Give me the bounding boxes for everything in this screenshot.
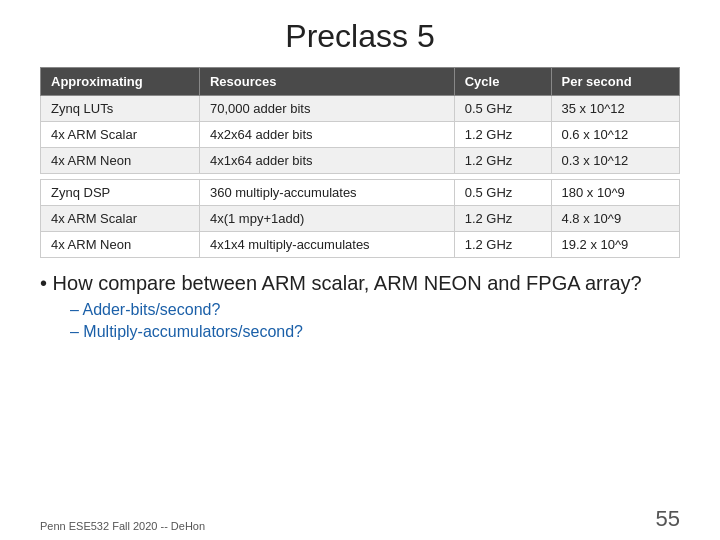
bullet-subs: – Adder-bits/second?– Multiply-accumulat… [40,301,680,341]
table-body: Zynq LUTs70,000 adder bits0.5 GHz35 x 10… [41,96,680,258]
table-cell: 1.2 GHz [454,232,551,258]
table-cell: 1.2 GHz [454,206,551,232]
table-cell: 1.2 GHz [454,122,551,148]
table-cell: 1.2 GHz [454,148,551,174]
table-cell: 0.5 GHz [454,180,551,206]
bullet-main: • How compare between ARM scalar, ARM NE… [40,272,680,295]
table-wrapper: ApproximatingResourcesCyclePer second Zy… [40,67,680,258]
bullet-sub-item: – Multiply-accumulators/second? [70,323,680,341]
table-header-row: ApproximatingResourcesCyclePer second [41,68,680,96]
table-cell: 0.5 GHz [454,96,551,122]
table-cell: Zynq DSP [41,180,200,206]
table-cell: 4x(1 mpy+1add) [199,206,454,232]
footer-right: 55 [656,506,680,532]
table-row: 4x ARM Scalar4x(1 mpy+1add)1.2 GHz4.8 x … [41,206,680,232]
bullet-main-text: How compare between ARM scalar, ARM NEON… [53,272,642,294]
table-header-cell: Resources [199,68,454,96]
table-cell: 4x1x4 multiply-accumulates [199,232,454,258]
comparison-table: ApproximatingResourcesCyclePer second Zy… [40,67,680,258]
footer: Penn ESE532 Fall 2020 -- DeHon 55 [0,506,720,532]
table-cell: 360 multiply-accumulates [199,180,454,206]
table-row: 4x ARM Neon4x1x64 adder bits1.2 GHz0.3 x… [41,148,680,174]
table-header-cell: Cycle [454,68,551,96]
table-cell: 4x ARM Neon [41,148,200,174]
table-row: 4x ARM Scalar4x2x64 adder bits1.2 GHz0.6… [41,122,680,148]
table-cell: 4x1x64 adder bits [199,148,454,174]
table-cell: 4x ARM Neon [41,232,200,258]
table-cell: 4x2x64 adder bits [199,122,454,148]
table-row: 4x ARM Neon4x1x4 multiply-accumulates1.2… [41,232,680,258]
table-header-cell: Per second [551,68,679,96]
table-cell: 0.6 x 10^12 [551,122,679,148]
table-cell: 4.8 x 10^9 [551,206,679,232]
table-row: Zynq DSP360 multiply-accumulates0.5 GHz1… [41,180,680,206]
table-cell: 70,000 adder bits [199,96,454,122]
table-row: Zynq LUTs70,000 adder bits0.5 GHz35 x 10… [41,96,680,122]
page-title: Preclass 5 [0,0,720,67]
table-header-cell: Approximating [41,68,200,96]
table-cell: 0.3 x 10^12 [551,148,679,174]
table-cell: 35 x 10^12 [551,96,679,122]
bullet-section: • How compare between ARM scalar, ARM NE… [40,272,680,341]
table-cell: Zynq LUTs [41,96,200,122]
bullet-sub-item: – Adder-bits/second? [70,301,680,319]
footer-left: Penn ESE532 Fall 2020 -- DeHon [40,520,205,532]
table-cell: 4x ARM Scalar [41,206,200,232]
table-cell: 180 x 10^9 [551,180,679,206]
table-cell: 4x ARM Scalar [41,122,200,148]
table-cell: 19.2 x 10^9 [551,232,679,258]
